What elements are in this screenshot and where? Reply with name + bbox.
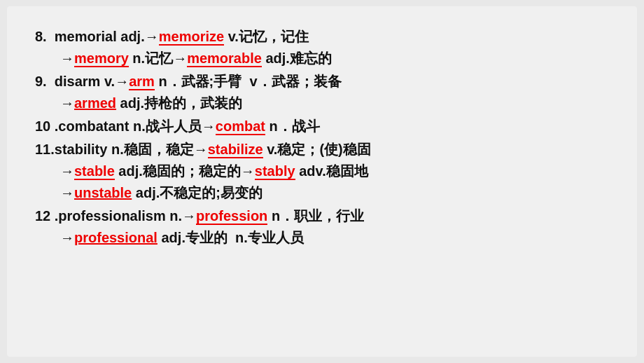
entry-11-text4: adj.不稳定的;易变的 (132, 185, 262, 200)
professional-word: professional (74, 230, 158, 245)
entry-11-arrow1: → (60, 163, 74, 179)
entry-11-text3: adv.稳固地 (295, 163, 368, 179)
entry-12-line-2: →professional adj.专业的 n.专业人员 (35, 227, 609, 249)
entry-11-number: 11. (35, 142, 55, 157)
entry-10-number: 10 . (35, 118, 58, 134)
entry-8-line-2: →memory n.记忆→memorable adj.难忘的 (35, 48, 609, 69)
memorize-word: memorize (159, 29, 224, 46)
stabilize-word: stabilize (208, 142, 263, 158)
entry-12-arrow1: → (60, 230, 74, 245)
entry-9-text1: n．武器;手臂 v．武器；装备 (155, 74, 342, 89)
armed-word: armed (74, 95, 116, 111)
entry-9-line-1: 9. disarm v.→arm n．武器;手臂 v．武器；装备 (35, 71, 609, 93)
unstable-word: unstable (74, 185, 132, 200)
entry-11-text2: adj.稳固的；稳定的→ (115, 163, 255, 179)
arm-word: arm (129, 74, 155, 90)
entry-9-disarm: disarm v.→ (55, 74, 129, 89)
entry-8: 8. memorial adj.→memorize v.记忆，记住 →memor… (35, 26, 609, 69)
entry-10: 10 .combatant n.战斗人员→combat n．战斗 (35, 116, 609, 137)
stably-word: stably (255, 163, 295, 180)
entry-12: 12 .professionalism n.→profession n．职业，行… (35, 205, 609, 249)
entry-11-line-3: →unstable adj.不稳定的;易变的 (35, 182, 609, 204)
entry-8-number: 8. (35, 29, 55, 44)
memorable-word: memorable (187, 50, 262, 67)
entry-12-line-1: 12 .professionalism n.→profession n．职业，行… (35, 205, 609, 227)
entry-11: 11.stability n.稳固，稳定→stabilize v.稳定；(使)稳… (35, 139, 609, 204)
entry-9: 9. disarm v.→arm n．武器;手臂 v．武器；装备 →armed … (35, 71, 609, 114)
entry-8-arrow1: → (60, 50, 74, 66)
entry-11-text1: v.稳定；(使)稳固 (263, 142, 371, 157)
entry-11-line-2: →stable adj.稳固的；稳定的→stably adv.稳固地 (35, 160, 609, 182)
entry-10-text1: n．战斗 (265, 118, 320, 134)
memory-word: memory (74, 50, 129, 67)
entry-9-arrow1: → (60, 95, 74, 111)
entry-8-text3: adj.难忘的 (262, 50, 332, 66)
entry-12-number: 12 . (35, 208, 58, 224)
entry-9-text2: adj.持枪的，武装的 (116, 95, 242, 111)
entry-12-text1: n．职业，行业 (267, 208, 364, 224)
stable-word: stable (74, 163, 115, 180)
entry-8-text2: n.记忆→ (129, 50, 187, 66)
entry-8-line-1: 8. memorial adj.→memorize v.记忆，记住 (35, 26, 609, 48)
profession-word: profession (196, 208, 267, 225)
entry-12-professionalism: professionalism n.→ (58, 208, 196, 224)
slide: 8. memorial adj.→memorize v.记忆，记住 →memor… (7, 6, 637, 357)
combat-word: combat (216, 118, 265, 135)
entry-10-line-1: 10 .combatant n.战斗人员→combat n．战斗 (35, 116, 609, 137)
entry-11-arrow2: → (60, 185, 74, 200)
entry-8-text1: v.记忆，记住 (224, 29, 309, 44)
entry-9-line-2: →armed adj.持枪的，武装的 (35, 93, 609, 114)
entry-9-number: 9. (35, 74, 55, 89)
entry-8-memorial: memorial adj.→ (55, 29, 159, 44)
entry-10-combatant: combatant n.战斗人员→ (58, 118, 215, 134)
entry-11-line-1: 11.stability n.稳固，稳定→stabilize v.稳定；(使)稳… (35, 139, 609, 160)
entry-12-text2: adj.专业的 n.专业人员 (158, 230, 304, 245)
entry-11-stability: stability n.稳固，稳定→ (55, 142, 208, 157)
